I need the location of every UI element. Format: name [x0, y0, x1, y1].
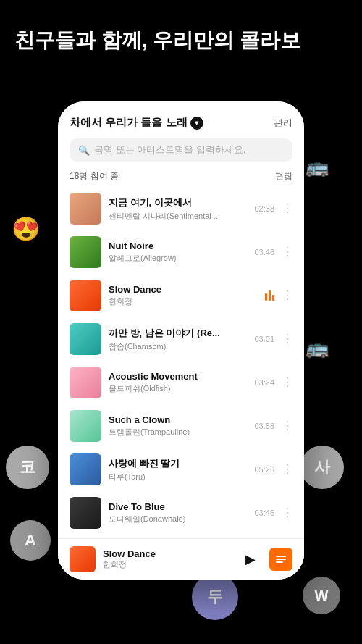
- track-name: Dive To Blue: [109, 501, 247, 512]
- phone-content: 차에서 우리가 들을 노래 ▾ 관리 🔍 곡명 또는 아티스트명을 입력하세요.…: [58, 101, 304, 580]
- track-artist: 도나웨일(Donawhale): [109, 514, 247, 524]
- playlist-title-text: 차에서 우리가 들을 노래: [70, 116, 188, 130]
- track-more-icon[interactable]: ⋮: [282, 290, 292, 301]
- track-artist: 참솜(Chamsom): [109, 341, 247, 352]
- track-more-icon[interactable]: ⋮: [282, 507, 292, 519]
- now-playing-artist: 한희정: [103, 559, 232, 570]
- track-art: [70, 410, 101, 442]
- track-info: Such a Clown 트램폴린(Trampauline): [109, 414, 247, 438]
- search-bar[interactable]: 🔍 곡명 또는 아티스트명을 입력하세요.: [70, 138, 292, 162]
- track-art: [70, 236, 101, 268]
- track-info: 사랑에 빠진 딸기 타루(Taru): [109, 457, 247, 482]
- track-name: Such a Clown: [109, 414, 247, 425]
- search-placeholder: 곡명 또는 아티스트명을 입력하세요.: [94, 143, 245, 156]
- now-playing-bar[interactable]: Slow Dance 한희정 ▶: [58, 538, 304, 580]
- svg-rect-2: [276, 561, 283, 563]
- track-art: [70, 323, 101, 355]
- track-name: Nuit Noire: [109, 241, 247, 251]
- play-button[interactable]: ▶: [239, 548, 262, 571]
- track-duration: 03:46: [254, 509, 274, 517]
- manage-button[interactable]: 관리: [274, 117, 292, 130]
- playlist-title: 차에서 우리가 들을 노래 ▾: [70, 116, 203, 130]
- track-duration: 03:01: [254, 335, 274, 343]
- float-circle-ko: 코: [6, 446, 49, 489]
- track-item[interactable]: 까만 방, 남은 이야기 (Re... 참솜(Chamsom) 03:01 ⋮: [58, 317, 304, 361]
- participant-row: 18명 참여 중 편집: [58, 167, 304, 187]
- track-item[interactable]: Acoustic Movement 올드피쉬(Oldfish) 03:24 ⋮: [58, 361, 304, 404]
- track-duration: 03:24: [254, 378, 274, 387]
- now-playing-info: Slow Dance 한희정: [103, 548, 232, 570]
- chevron-down-icon[interactable]: ▾: [190, 117, 203, 130]
- float-circle-sa: 사: [300, 446, 344, 489]
- track-artist: 트램폴린(Trampauline): [109, 427, 247, 438]
- track-info: Acoustic Movement 올드피쉬(Oldfish): [109, 371, 247, 394]
- headline: 친구들과 함께, 우리만의 콜라보: [14, 28, 348, 54]
- track-info: Dive To Blue 도나웨일(Donawhale): [109, 501, 247, 524]
- participant-count: 18명 참여 중: [70, 170, 119, 183]
- bar-2: [269, 290, 271, 301]
- track-art: [70, 193, 101, 225]
- track-name: 지금 여기, 이곳에서: [109, 196, 247, 209]
- now-playing-title: Slow Dance: [103, 548, 232, 559]
- queue-button[interactable]: [269, 548, 292, 571]
- track-duration: 02:38: [254, 204, 274, 213]
- track-art: [70, 497, 101, 529]
- track-name: 까만 방, 남은 이야기 (Re...: [109, 327, 247, 340]
- track-info: Nuit Noire 알레그로(Allegrow): [109, 241, 247, 264]
- track-art: [70, 367, 101, 398]
- float-truck-1: 🚌: [303, 152, 332, 181]
- track-item[interactable]: Such a Clown 트램폴린(Trampauline) 03:58 ⋮: [58, 404, 304, 448]
- track-more-icon[interactable]: ⋮: [282, 377, 292, 388]
- bar-1: [265, 293, 267, 301]
- track-item[interactable]: Dive To Blue 도나웨일(Donawhale) 03:46 ⋮: [58, 491, 304, 535]
- track-artist: 센티멘탈 시나리(Sentimental ...: [109, 211, 247, 222]
- float-emoji-love: 😍: [7, 210, 45, 248]
- edit-button[interactable]: 편집: [275, 170, 292, 183]
- svg-rect-0: [276, 556, 286, 557]
- phone-frame: 차에서 우리가 들을 노래 ▾ 관리 🔍 곡명 또는 아티스트명을 입력하세요.…: [58, 101, 304, 580]
- track-name: Slow Dance: [109, 284, 258, 295]
- track-list: 지금 여기, 이곳에서 센티멘탈 시나리(Sentimental ... 02:…: [58, 187, 304, 538]
- track-more-icon[interactable]: ⋮: [282, 203, 292, 214]
- track-more-icon[interactable]: ⋮: [282, 420, 292, 432]
- track-artist: 알레그로(Allegrow): [109, 253, 247, 264]
- track-info: 지금 여기, 이곳에서 센티멘탈 시나리(Sentimental ...: [109, 196, 247, 222]
- track-artist: 한희정: [109, 296, 258, 307]
- float-circle-w: W: [303, 577, 340, 614]
- track-info: Slow Dance 한희정: [109, 284, 258, 307]
- track-name: 사랑에 빠진 딸기: [109, 457, 247, 470]
- track-item[interactable]: 사랑에 빠진 딸기 타루(Taru) 05:26 ⋮: [58, 448, 304, 491]
- track-artist: 올드피쉬(Oldfish): [109, 383, 247, 394]
- track-more-icon[interactable]: ⋮: [282, 464, 292, 475]
- track-duration: 03:46: [254, 248, 274, 256]
- track-item[interactable]: 지금 여기, 이곳에서 센티멘탈 시나리(Sentimental ... 02:…: [58, 187, 304, 230]
- track-more-icon[interactable]: ⋮: [282, 333, 292, 345]
- float-truck-2: 🚌: [303, 333, 332, 362]
- phone-header: 차에서 우리가 들을 노래 ▾ 관리: [58, 101, 304, 135]
- track-name: Acoustic Movement: [109, 371, 247, 382]
- track-info: 까만 방, 남은 이야기 (Re... 참솜(Chamsom): [109, 327, 247, 352]
- track-duration: 05:26: [254, 465, 274, 474]
- search-icon: 🔍: [78, 145, 90, 156]
- track-item-playing[interactable]: Slow Dance 한희정 ⋮: [58, 274, 304, 317]
- bar-3: [272, 295, 274, 301]
- now-playing-art: [70, 546, 96, 572]
- track-art: [70, 453, 101, 485]
- playing-indicator: [265, 290, 274, 301]
- float-circle-a: A: [10, 520, 51, 561]
- svg-rect-1: [276, 559, 286, 560]
- track-artist: 타루(Taru): [109, 472, 247, 482]
- track-duration: 03:58: [254, 422, 274, 430]
- float-circle-du: 두: [192, 574, 238, 620]
- track-art: [70, 280, 101, 311]
- track-more-icon[interactable]: ⋮: [282, 246, 292, 258]
- track-item[interactable]: Nuit Noire 알레그로(Allegrow) 03:46 ⋮: [58, 230, 304, 274]
